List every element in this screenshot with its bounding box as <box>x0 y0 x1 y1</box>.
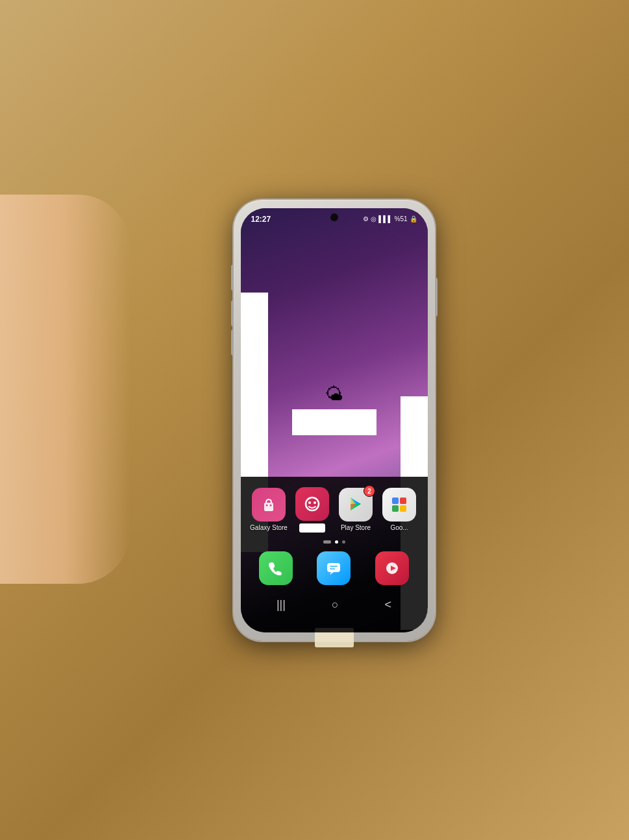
google-icon <box>382 488 416 522</box>
back-button[interactable]: < <box>385 598 392 612</box>
camera-notch <box>330 213 338 221</box>
hand <box>0 195 130 584</box>
weather-icon: 🌤 <box>325 383 343 405</box>
page-dot-2 <box>342 540 345 544</box>
status-icons: ⚙ ◎ ▌▌▌ %51 🔒 <box>363 215 417 222</box>
svg-rect-0 <box>264 503 273 511</box>
dock-phone[interactable] <box>256 551 296 588</box>
bottom-section: Galaxy Store 2 <box>241 477 428 632</box>
google-label: Goo... <box>390 524 408 531</box>
bixby-svg <box>303 495 321 513</box>
svg-rect-6 <box>392 498 399 504</box>
battery-indicator: %51 <box>394 215 407 222</box>
svg-point-1 <box>266 505 268 507</box>
app-google[interactable]: Goo... <box>379 488 419 531</box>
page-dot-1 <box>335 540 338 544</box>
recent-apps-button[interactable]: ||| <box>277 598 286 612</box>
svg-point-2 <box>270 505 272 507</box>
signal-icon: ▌▌▌ <box>378 215 392 222</box>
video-icon-svg <box>383 559 401 577</box>
phone-icon-svg <box>267 559 285 577</box>
phone-screen: 12:27 ⚙ ◎ ▌▌▌ %51 🔒 🌤 <box>241 208 428 632</box>
play-store-icon: 2 <box>339 488 373 522</box>
svg-rect-7 <box>400 498 406 504</box>
dock-messages[interactable] <box>314 551 354 588</box>
weather-widget: 🌤 <box>325 383 343 405</box>
dock-video[interactable] <box>372 551 412 588</box>
bixby-label-privacy <box>299 523 325 533</box>
play-store-badge: 2 <box>364 485 375 497</box>
page-dot-0 <box>323 540 331 544</box>
galaxy-store-label: Galaxy Store <box>250 524 288 531</box>
svg-rect-8 <box>392 505 399 512</box>
galaxy-store-svg <box>259 495 278 514</box>
svg-rect-12 <box>330 568 335 570</box>
galaxy-store-icon <box>252 488 286 522</box>
video-dock-icon <box>375 551 409 585</box>
app-row: Galaxy Store 2 <box>241 477 428 535</box>
location-icon: ◎ <box>371 215 376 222</box>
bixby-icon <box>295 487 329 521</box>
svg-point-5 <box>314 501 316 504</box>
app-bixby[interactable] <box>292 487 332 533</box>
home-button[interactable]: ○ <box>332 598 339 612</box>
play-store-svg <box>346 495 365 514</box>
svg-point-4 <box>308 501 311 504</box>
play-store-label: Play Store <box>341 524 371 531</box>
phone-device: 12:27 ⚙ ◎ ▌▌▌ %51 🔒 🌤 <box>234 200 435 641</box>
settings-icon: ⚙ <box>363 215 369 222</box>
svg-rect-9 <box>400 505 406 512</box>
app-play-store[interactable]: 2 <box>336 488 376 531</box>
lock-icon: 🔒 <box>410 215 417 222</box>
app-galaxy-store[interactable]: Galaxy Store <box>249 488 289 531</box>
privacy-block-center <box>292 409 376 435</box>
dock-row <box>241 549 428 593</box>
phone-dock-icon <box>259 551 293 585</box>
messages-icon-svg <box>325 559 343 577</box>
status-time: 12:27 <box>251 215 271 224</box>
nav-bar: ||| ○ < <box>241 593 428 618</box>
svg-rect-11 <box>330 566 338 567</box>
messages-dock-icon <box>317 551 351 585</box>
svg-rect-10 <box>327 563 340 572</box>
page-dots <box>241 535 428 549</box>
google-svg <box>389 495 409 514</box>
